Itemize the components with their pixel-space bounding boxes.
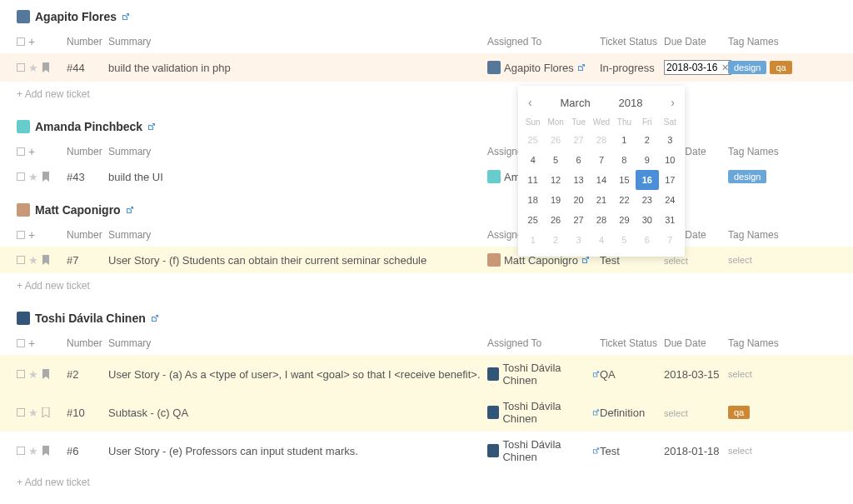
ticket-status[interactable]: QA xyxy=(600,368,664,381)
calendar-day[interactable]: 20 xyxy=(567,190,590,210)
external-link-icon[interactable] xyxy=(577,63,586,72)
bookmark-icon[interactable] xyxy=(42,369,50,379)
month-label[interactable]: March xyxy=(561,97,591,109)
bookmark-icon[interactable] xyxy=(42,62,50,72)
tag-badge[interactable]: qa xyxy=(728,406,750,419)
calendar-day[interactable]: 11 xyxy=(521,170,544,190)
add-icon[interactable]: + xyxy=(28,228,35,242)
ticket-number[interactable]: #6 xyxy=(67,445,108,457)
row-checkbox[interactable] xyxy=(17,172,25,181)
year-label[interactable]: 2018 xyxy=(619,97,643,109)
calendar-day[interactable]: 25 xyxy=(521,130,544,150)
select-all-checkbox[interactable] xyxy=(17,147,25,156)
calendar-day[interactable]: 22 xyxy=(613,190,636,210)
star-icon[interactable]: ★ xyxy=(28,407,38,419)
date-picker[interactable]: ‹ March 2018 › SunMonTueWedThuFriSat2526… xyxy=(518,86,685,257)
ticket-number[interactable]: #44 xyxy=(67,62,108,74)
calendar-day[interactable]: 30 xyxy=(636,210,658,230)
calendar-day[interactable]: 4 xyxy=(590,230,612,250)
calendar-day[interactable]: 26 xyxy=(544,210,566,230)
calendar-day[interactable]: 23 xyxy=(636,190,658,210)
ticket-number[interactable]: #7 xyxy=(67,254,108,267)
table-row[interactable]: ★ #6 User Story - (e) Professors can inp… xyxy=(0,432,853,470)
table-row[interactable]: ★ #7 User Story - (f) Students can obtai… xyxy=(0,247,853,273)
assignee-name[interactable]: Toshi Dávila Chinen xyxy=(502,438,589,463)
star-icon[interactable]: ★ xyxy=(28,62,38,74)
calendar-day[interactable]: 24 xyxy=(659,190,681,210)
calendar-day[interactable]: 5 xyxy=(544,150,566,170)
external-link-icon[interactable] xyxy=(592,408,600,417)
ticket-status[interactable]: Test xyxy=(600,445,664,457)
calendar-day[interactable]: 27 xyxy=(567,130,590,150)
group-name[interactable]: Amanda Pinchbeck xyxy=(35,120,142,133)
calendar-day[interactable]: 14 xyxy=(590,170,612,190)
due-date-select[interactable]: select xyxy=(664,408,688,418)
ticket-summary[interactable]: User Story - (f) Students can obtain the… xyxy=(108,254,487,267)
select-all-checkbox[interactable] xyxy=(17,339,25,347)
calendar-day[interactable]: 6 xyxy=(636,230,658,250)
select-all-checkbox[interactable] xyxy=(17,37,25,46)
prev-month-icon[interactable]: ‹ xyxy=(528,96,532,109)
table-row[interactable]: ★ #43 build the UI Amanda Pinc design xyxy=(0,163,853,190)
tag-badge[interactable]: qa xyxy=(770,61,791,74)
calendar-day[interactable]: 2 xyxy=(636,130,658,150)
add-new-ticket-link[interactable]: + Add new ticket xyxy=(0,470,853,495)
ticket-number[interactable]: #43 xyxy=(67,171,108,183)
calendar-day[interactable]: 4 xyxy=(521,150,544,170)
ticket-status[interactable]: Definition xyxy=(600,407,664,419)
due-date-select[interactable]: select xyxy=(664,256,688,266)
add-icon[interactable]: + xyxy=(28,337,35,350)
ticket-summary[interactable]: User Story - (a) As a <type of user>, I … xyxy=(108,368,487,381)
ticket-summary[interactable]: User Story - (e) Professors can input st… xyxy=(108,445,487,457)
row-checkbox[interactable] xyxy=(17,256,25,264)
row-checkbox[interactable] xyxy=(17,408,25,417)
row-checkbox[interactable] xyxy=(17,63,25,72)
external-link-icon[interactable] xyxy=(151,314,159,322)
row-checkbox[interactable] xyxy=(17,447,25,455)
bookmark-icon[interactable] xyxy=(42,172,50,182)
next-month-icon[interactable]: › xyxy=(671,96,675,109)
external-link-icon[interactable] xyxy=(592,447,600,455)
external-link-icon[interactable] xyxy=(592,370,600,378)
calendar-day[interactable]: 27 xyxy=(567,210,590,230)
ticket-summary[interactable]: build the validation in php xyxy=(108,62,487,74)
add-new-ticket-link[interactable]: + Add new ticket xyxy=(0,82,853,107)
table-row[interactable]: ★ #10 Subtask - (c) QA Toshi Dávila Chin… xyxy=(0,393,853,432)
star-icon[interactable]: ★ xyxy=(28,368,38,381)
star-icon[interactable]: ★ xyxy=(28,171,38,183)
select-all-checkbox[interactable] xyxy=(17,231,25,239)
add-icon[interactable]: + xyxy=(28,145,35,158)
tag-badge[interactable]: design xyxy=(728,61,766,74)
bookmark-icon[interactable] xyxy=(42,255,50,265)
calendar-day[interactable]: 9 xyxy=(636,150,658,170)
tag-select[interactable]: select xyxy=(728,255,752,265)
calendar-day[interactable]: 12 xyxy=(544,170,566,190)
calendar-day[interactable]: 17 xyxy=(659,170,681,190)
calendar-day[interactable]: 10 xyxy=(659,150,681,170)
calendar-day[interactable]: 31 xyxy=(659,210,681,230)
bookmark-icon[interactable] xyxy=(42,446,50,456)
calendar-day[interactable]: 19 xyxy=(544,190,566,210)
row-checkbox[interactable] xyxy=(17,370,25,378)
ticket-summary[interactable]: build the UI xyxy=(108,171,487,183)
calendar-day[interactable]: 1 xyxy=(521,230,544,250)
ticket-summary[interactable]: Subtask - (c) QA xyxy=(108,407,487,419)
calendar-day[interactable]: 5 xyxy=(613,230,636,250)
calendar-day[interactable]: 16 xyxy=(636,170,658,190)
assignee-name[interactable]: Toshi Dávila Chinen xyxy=(502,400,589,425)
group-name[interactable]: Agapito Flores xyxy=(35,10,117,23)
calendar-day[interactable]: 28 xyxy=(590,210,612,230)
calendar-day[interactable]: 28 xyxy=(590,130,612,150)
table-row[interactable]: ★ #44 build the validation in php Agapit… xyxy=(0,53,853,82)
calendar-day[interactable]: 7 xyxy=(590,150,612,170)
bookmark-icon[interactable] xyxy=(42,407,50,417)
calendar-day[interactable]: 3 xyxy=(567,230,590,250)
calendar-day[interactable]: 26 xyxy=(544,130,566,150)
star-icon[interactable]: ★ xyxy=(28,445,38,457)
calendar-day[interactable]: 21 xyxy=(590,190,612,210)
tag-badge[interactable]: design xyxy=(728,170,766,183)
ticket-number[interactable]: #10 xyxy=(67,407,108,419)
external-link-icon[interactable] xyxy=(126,206,134,214)
calendar-day[interactable]: 15 xyxy=(613,170,636,190)
calendar-day[interactable]: 2 xyxy=(544,230,566,250)
